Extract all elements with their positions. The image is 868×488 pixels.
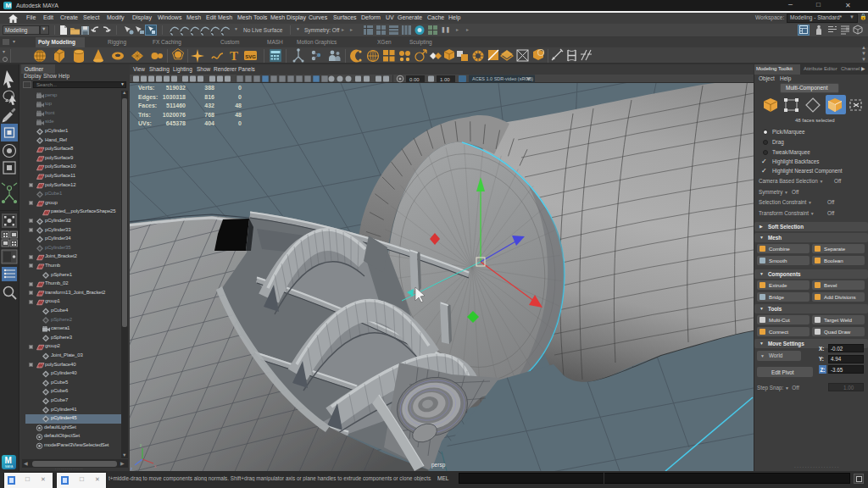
svg-text:1020076: 1020076 [163, 112, 186, 118]
svg-text:UVs:: UVs: [138, 120, 152, 126]
svg-text:432: 432 [204, 103, 214, 108]
svg-text:0.00: 0.00 [409, 77, 420, 82]
svg-text:Verts:: Verts: [138, 85, 154, 91]
svg-text:0: 0 [238, 120, 242, 126]
svg-text:1.00: 1.00 [440, 77, 450, 82]
svg-text:ACES 1.0 SDR-video (sRGB): ACES 1.0 SDR-video (sRGB) [472, 76, 533, 81]
svg-text:519032: 519032 [166, 85, 186, 91]
svg-text:Edges:: Edges: [138, 94, 158, 101]
svg-text:388: 388 [204, 85, 214, 91]
svg-text:1030318: 1030318 [163, 94, 186, 100]
svg-text:T: T [230, 49, 238, 63]
svg-text:Faces:: Faces: [138, 103, 157, 108]
svg-text:768: 768 [204, 112, 214, 118]
svg-text:48: 48 [235, 103, 242, 108]
svg-text:Tris:: Tris: [138, 112, 151, 118]
svg-text:48: 48 [235, 112, 242, 118]
svg-text:816: 816 [204, 94, 214, 100]
svg-text:SVG: SVG [245, 54, 256, 59]
svg-text:511460: 511460 [166, 103, 186, 108]
svg-text:0: 0 [238, 94, 242, 100]
svg-text:645378: 645378 [166, 120, 186, 126]
svg-text:persp: persp [431, 462, 446, 469]
svg-text:0: 0 [238, 85, 242, 91]
svg-text:404: 404 [204, 120, 214, 126]
